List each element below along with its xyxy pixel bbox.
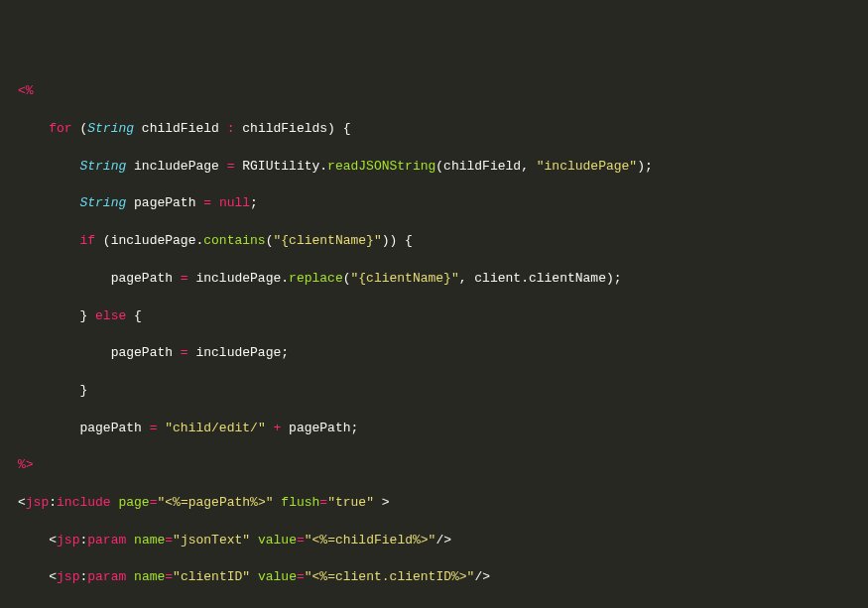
- code-line[interactable]: <%: [18, 82, 868, 101]
- code-line[interactable]: <jsp:param name="clientID" value="<%=cli…: [18, 568, 868, 587]
- code-line[interactable]: } else {: [18, 307, 868, 326]
- code-line[interactable]: %>: [18, 456, 868, 475]
- code-line[interactable]: <jsp:param name="jsonText" value="<%=chi…: [18, 532, 868, 550]
- code-editor-content[interactable]: <% for (String childField : childFields)…: [18, 82, 868, 608]
- code-line[interactable]: }: [18, 382, 868, 401]
- code-line[interactable]: pagePath = "child/edit/" + pagePath;: [18, 420, 868, 438]
- code-line[interactable]: String includePage = RGIUtility.readJSON…: [18, 158, 868, 177]
- code-line[interactable]: if (includePage.contains("{clientName}")…: [18, 232, 868, 251]
- code-line[interactable]: pagePath = includePage;: [18, 344, 868, 363]
- code-line[interactable]: pagePath = includePage.replace("{clientN…: [18, 270, 868, 289]
- code-line[interactable]: for (String childField : childFields) {: [18, 120, 868, 139]
- code-line[interactable]: <jsp:include page="<%=pagePath%>" flush=…: [18, 494, 868, 513]
- code-line[interactable]: String pagePath = null;: [18, 194, 868, 213]
